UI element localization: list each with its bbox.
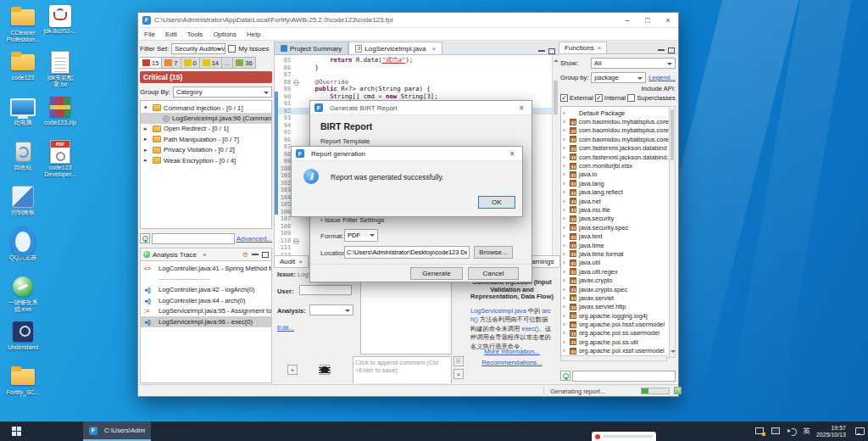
expander-icon[interactable]: › — [563, 303, 567, 310]
issue-tree-row[interactable]: ▾ Command Injection - [0 / 1] — [141, 103, 271, 113]
cancel-button[interactable]: Cancel — [468, 267, 519, 280]
expander-icon[interactable]: › — [563, 154, 567, 161]
ok-button[interactable]: OK — [478, 196, 515, 209]
package-row[interactable]: › org.apache.poi.ss.usermodel — [563, 329, 675, 338]
package-row[interactable]: › java.util — [563, 259, 675, 267]
desktop-icon[interactable]: code123 — [3, 50, 42, 95]
group-by-dropdown[interactable]: package — [591, 72, 646, 83]
menu-item[interactable]: Help — [247, 31, 260, 38]
location-field[interactable] — [344, 246, 470, 259]
minimize-panel-icon[interactable] — [658, 49, 665, 51]
close-icon[interactable]: × — [515, 103, 527, 113]
analysis-trace-tab[interactable]: Analysis Trace — [153, 251, 197, 259]
user-field[interactable] — [299, 285, 352, 295]
expander-icon[interactable]: › — [563, 242, 567, 249]
expander-icon[interactable]: › — [563, 312, 567, 320]
expander-icon[interactable]: › — [563, 250, 567, 258]
package-row[interactable]: › org.apache.logging.log4j — [563, 311, 675, 320]
issue-tree-row[interactable]: ▸ Weak Encryption - [0 / 4] — [141, 155, 271, 165]
package-row[interactable]: › javax.servlet — [563, 293, 675, 302]
tab-logserviceimpl[interactable]: J LogServiceImpl.java × — [348, 42, 442, 54]
package-row[interactable]: › com.baomidou.mybatisplus.core. — [563, 117, 675, 126]
functions-hscrollbar[interactable] — [560, 355, 667, 361]
add-comment-button[interactable]: ⎘ — [453, 356, 464, 366]
severity-tab[interactable]: ... — [222, 57, 233, 69]
volume-icon[interactable] — [787, 427, 797, 436]
minimize-button[interactable]: – — [617, 13, 637, 27]
suppress-issue-button[interactable]: × — [287, 365, 298, 375]
trace-options-icon[interactable]: ⚙ — [242, 251, 248, 259]
menu-item[interactable]: Edit — [165, 31, 177, 38]
issue-tree-row[interactable]: ▸ Path Manipulation - [0 / 7] — [141, 134, 271, 144]
minimize-panel-icon[interactable] — [538, 50, 545, 52]
maximize-panel-icon[interactable] — [548, 48, 555, 54]
package-row[interactable]: › java.lang — [563, 179, 675, 187]
menu-item[interactable]: Tools — [187, 31, 203, 38]
package-row[interactable]: › java.time — [563, 241, 675, 249]
issue-tree-row[interactable]: ▸ Privacy Violation - [0 / 2] — [141, 145, 271, 155]
expander-icon[interactable]: › — [563, 224, 567, 232]
package-row[interactable]: › javax.crypto — [563, 276, 675, 284]
notification-center-icon[interactable] — [855, 427, 865, 435]
expander-icon[interactable]: › — [563, 338, 567, 346]
desktop-icon[interactable]: jdk-8u202-... — [41, 5, 80, 50]
group-by-dropdown[interactable]: Category — [173, 87, 272, 98]
desktop-icon[interactable]: Fortify_SC... — [3, 365, 42, 410]
format-dropdown[interactable]: PDF — [344, 229, 378, 242]
expander-icon[interactable]: › — [563, 286, 567, 293]
search-icon[interactable] — [140, 233, 150, 243]
severity-tab[interactable]: 14 — [200, 57, 222, 69]
package-row[interactable]: › com.baomidou.mybatisplus.core. — [563, 135, 675, 143]
expander-icon[interactable]: › — [563, 206, 567, 214]
search-icon[interactable] — [560, 371, 570, 381]
expander-icon[interactable]: › — [563, 294, 567, 302]
tab-close-icon[interactable]: × — [203, 251, 207, 259]
browse-button[interactable]: Browse... — [474, 246, 513, 259]
external-checkbox[interactable] — [560, 94, 568, 102]
filter-set-dropdown[interactable]: Security Auditor Vie — [171, 43, 225, 54]
package-row[interactable]: › java.time.format — [563, 249, 675, 258]
expander-icon[interactable]: › — [563, 170, 567, 178]
desktop-icon[interactable]: jdk安装配置.txt — [41, 50, 80, 95]
menu-item[interactable]: File — [144, 31, 155, 38]
minimize-panel-icon[interactable] — [252, 254, 259, 255]
desktop-icon[interactable]: QQ浏览器 — [3, 230, 42, 275]
package-row[interactable]: › Default Package — [563, 109, 675, 117]
severity-tab[interactable]: 15 — [140, 57, 162, 69]
close-button[interactable]: × — [658, 13, 678, 27]
menu-item[interactable]: Options — [213, 31, 236, 38]
package-row[interactable]: › org.apache.poi.ss.util — [563, 338, 675, 346]
expander-icon[interactable]: › — [563, 198, 567, 205]
tab-project-summary[interactable]: Project Summary — [274, 42, 348, 54]
desktop-icon[interactable]: code123.zip — [41, 95, 80, 140]
tab-close-icon[interactable]: × — [298, 258, 303, 265]
clock[interactable]: 19:57 2025/10/13 — [816, 425, 846, 438]
package-row[interactable]: › java.util.regex — [563, 267, 675, 276]
desktop-icon[interactable]: 此电脑 — [3, 95, 42, 140]
analysis-dropdown[interactable] — [309, 304, 353, 315]
issue-tree-row[interactable]: LogServiceImpl.java:96 (Command Inje — [141, 113, 271, 123]
severity-tab[interactable]: 7 — [162, 57, 181, 69]
expander-icon[interactable]: › — [563, 118, 567, 126]
expander-icon[interactable]: › — [563, 136, 567, 143]
expander-icon[interactable]: › — [563, 215, 567, 222]
trace-row[interactable]: ------------------------ — [141, 274, 271, 285]
my-issues-checkbox[interactable] — [228, 45, 236, 53]
expander-icon[interactable]: › — [563, 180, 567, 187]
trace-row[interactable]: LogServiceImpl.java:96 - exec(0) — [141, 316, 271, 327]
more-information-link[interactable]: More Information... — [484, 348, 539, 355]
expander-icon[interactable]: › — [563, 347, 567, 354]
package-row[interactable]: › javax.crypto.spec — [563, 285, 675, 293]
tree-expander-icon[interactable]: ▸ — [144, 147, 150, 154]
legend-link[interactable]: Legend... — [648, 74, 676, 81]
code-line[interactable]: 86 } — [275, 64, 559, 72]
package-row[interactable]: › com.monitorjbl.xlsx — [563, 161, 675, 170]
desktop-icon[interactable]: CCleaner Profession... — [3, 5, 42, 50]
functions-vscrollbar[interactable] — [669, 106, 676, 358]
desktop-icon[interactable]: Understand — [3, 320, 42, 365]
desktop-icon[interactable]: 一键修改系统.exe — [3, 275, 42, 320]
show-dropdown[interactable]: All — [591, 58, 676, 69]
tree-expander-icon[interactable]: ▾ — [144, 104, 150, 111]
close-icon[interactable]: × — [506, 149, 518, 159]
expander-icon[interactable]: › — [563, 162, 567, 170]
